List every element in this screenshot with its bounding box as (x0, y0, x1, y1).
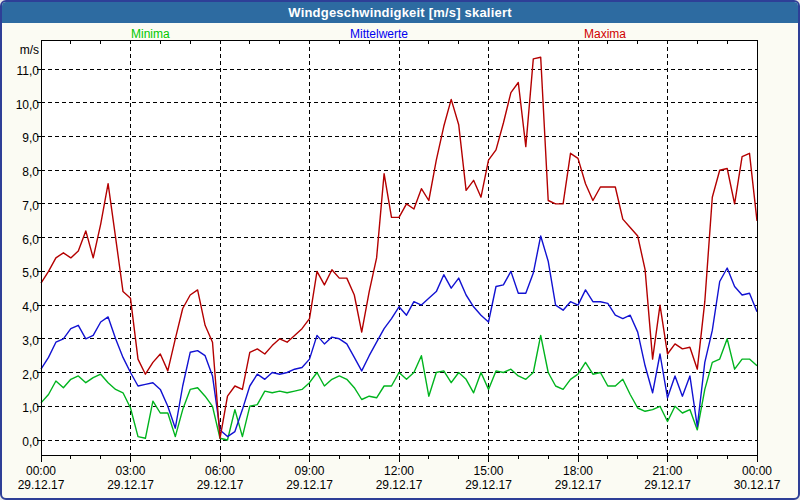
x-tick-date-label: 29.12.17 (367, 479, 431, 492)
x-tick-date-label: 29.12.17 (546, 479, 610, 492)
y-tick-label: 1,0 (2, 402, 39, 415)
y-tick-label: 0,0 (2, 436, 39, 449)
x-tick-date-label: 29.12.17 (188, 479, 252, 492)
x-tick-date-label: 29.12.17 (278, 479, 342, 492)
x-tick-time-label: 03:00 (99, 465, 163, 478)
x-tick-time-label: 00:00 (9, 465, 73, 478)
x-tick-time-label: 09:00 (278, 465, 342, 478)
y-tick-label: 4,0 (2, 301, 39, 314)
x-tick-time-label: 15:00 (457, 465, 521, 478)
x-tick-time-label: 00:00 (725, 465, 789, 478)
y-tick-label: 7,0 (2, 200, 39, 213)
y-tick-label: 8,0 (2, 166, 39, 179)
x-tick-time-label: 21:00 (636, 465, 700, 478)
x-tick-time-label: 18:00 (546, 465, 610, 478)
x-tick-date-label: 29.12.17 (636, 479, 700, 492)
x-tick-date-label: 29.12.17 (9, 479, 73, 492)
y-tick-label: 5,0 (2, 267, 39, 280)
y-tick-label: 10,0 (2, 99, 39, 112)
x-tick-date-label: 29.12.17 (457, 479, 521, 492)
y-tick-label: 11,0 (2, 65, 39, 78)
chart-window: Windgeschwindigkeit [m/s] skaliert Minim… (0, 0, 800, 500)
x-tick-time-label: 06:00 (188, 465, 252, 478)
x-tick-date-label: 29.12.17 (99, 479, 163, 492)
x-tick-time-label: 12:00 (367, 465, 431, 478)
y-tick-label: 6,0 (2, 234, 39, 247)
chart-canvas (2, 2, 798, 498)
x-tick-date-label: 30.12.17 (725, 479, 789, 492)
y-tick-label: 2,0 (2, 369, 39, 382)
y-tick-label: 3,0 (2, 335, 39, 348)
y-tick-label: 9,0 (2, 132, 39, 145)
